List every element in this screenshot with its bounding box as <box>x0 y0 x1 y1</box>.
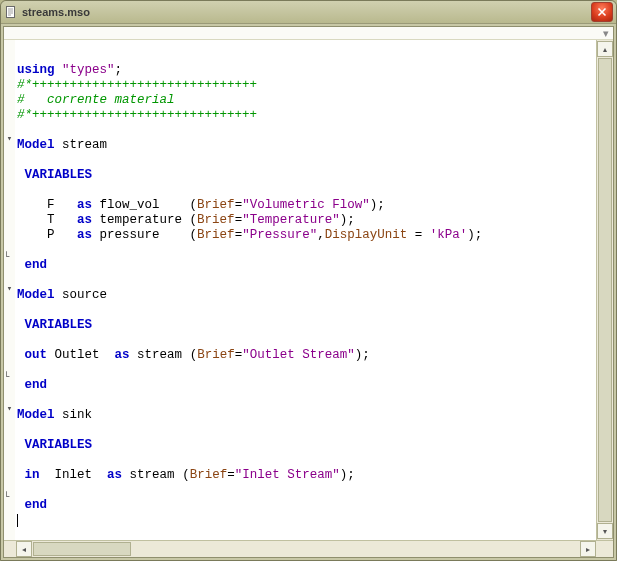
close-icon <box>597 7 607 17</box>
vscroll-thumb[interactable] <box>598 58 612 522</box>
horizontal-scrollbar[interactable]: ◂ ▸ <box>4 540 613 557</box>
scroll-right-button[interactable]: ▸ <box>580 541 596 557</box>
editor-wrap: ▾ └ ▾ └ ▾ <box>4 40 613 540</box>
fold-toggle[interactable]: ▾ <box>4 130 15 145</box>
window-title: streams.mso <box>22 6 591 18</box>
client-area: ▾ ▾ └ ▾ <box>3 26 614 558</box>
scroll-left-button[interactable]: ◂ <box>16 541 32 557</box>
hscroll-thumb[interactable] <box>33 542 131 556</box>
svg-rect-0 <box>7 7 15 18</box>
resize-grip[interactable] <box>597 541 613 557</box>
fold-toggle[interactable]: ▾ <box>4 280 15 295</box>
vertical-scrollbar[interactable]: ▴ ▾ <box>596 40 613 540</box>
code-editor[interactable]: using "types"; #*+++++++++++++++++++++++… <box>15 40 596 540</box>
vscroll-track[interactable] <box>598 58 612 522</box>
chevron-down-icon[interactable]: ▾ <box>603 27 609 40</box>
fold-toggle[interactable]: ▾ <box>4 400 15 415</box>
close-button[interactable] <box>591 2 613 22</box>
text-caret <box>17 514 18 527</box>
scroll-down-button[interactable]: ▾ <box>597 523 613 539</box>
document-icon <box>4 5 18 19</box>
hscroll-track[interactable] <box>33 542 579 556</box>
fold-gutter: ▾ └ ▾ └ ▾ <box>4 40 15 540</box>
window: streams.mso ▾ ▾ <box>0 0 617 561</box>
editor-topstrip: ▾ <box>4 27 613 40</box>
scroll-up-button[interactable]: ▴ <box>597 41 613 57</box>
titlebar[interactable]: streams.mso <box>1 1 616 24</box>
